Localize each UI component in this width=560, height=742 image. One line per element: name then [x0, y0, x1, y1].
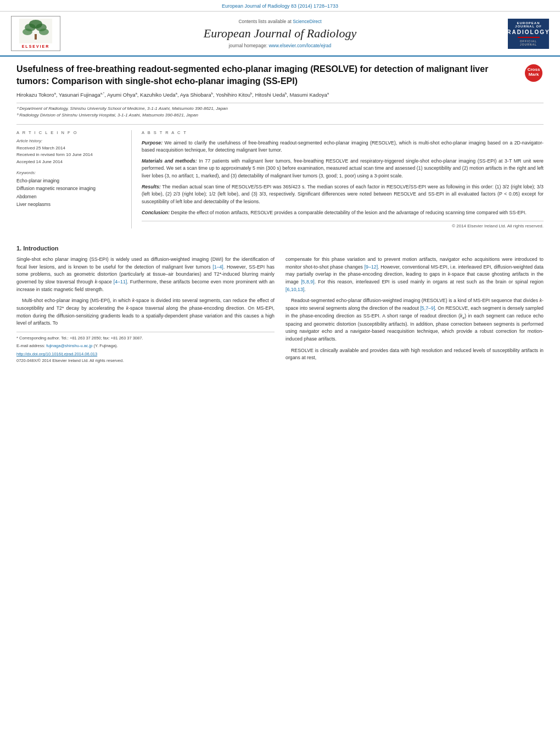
article-info-abstract: A R T I C L E I N F O Article history: R…: [16, 124, 544, 229]
journal-title: European Journal of Radiology: [60, 26, 500, 41]
intro-r-p3: RESOLVE is clinically available and prov…: [285, 347, 544, 362]
radiology-logo-container: EUROPEAN JOURNAL OF RADIOLOGY OFFICIAL J…: [500, 19, 549, 49]
article-title: Usefulness of free-breathing readout-seg…: [16, 63, 517, 87]
introduction-title: 1. Introduction: [16, 245, 544, 252]
article-content: Usefulness of free-breathing readout-seg…: [0, 57, 560, 239]
abstract-text: Purpose: We aimed to clarify the usefuln…: [142, 140, 544, 217]
keyword-1: Echo-planar imaging: [16, 177, 125, 185]
radiology-sub-text: OFFICIAL JOURNAL: [511, 40, 546, 46]
article-history: Article history: Received 25 March 2014 …: [16, 138, 125, 166]
abstract-purpose: Purpose: We aimed to clarify the usefuln…: [142, 140, 544, 154]
elsevier-logo: ELSEVIER: [11, 16, 60, 51]
crossmark-icon: Cross Mark: [524, 63, 544, 83]
mm-text: In 77 patients with malignant liver tumo…: [142, 158, 544, 178]
radiology-top-text: EUROPEAN JOURNAL OF: [511, 21, 546, 28]
intro-r-p2: Readout-segmented echo-planar diffusion-…: [285, 297, 544, 343]
keyword-4: Liver neoplasms: [16, 200, 125, 208]
journal-reference: European Journal of Radiology 83 (2014) …: [222, 3, 338, 9]
elsevier-tree-icon: [19, 19, 52, 43]
abstract-header: A B S T R A C T: [142, 130, 544, 135]
journal-center: Contents lists available at ScienceDirec…: [60, 19, 500, 48]
conclusion-text: Despite the effect of motion artifacts, …: [170, 210, 527, 215]
results-label: Results:: [142, 184, 161, 189]
doi-link[interactable]: http://dx.doi.org/10.1016/j.ejrad.2014.0…: [16, 352, 97, 356]
contents-line: Contents lists available at ScienceDirec…: [60, 19, 500, 24]
introduction-body: Single-shot echo planar imaging (SS-EPI)…: [16, 256, 544, 366]
keyword-3: Abdomen: [16, 193, 125, 200]
intro-p1: Single-shot echo planar imaging (SS-EPI)…: [16, 256, 275, 293]
elsevier-brand-label: ELSEVIER: [22, 44, 50, 48]
accepted-date: Accepted 14 June 2014: [16, 159, 125, 166]
history-label: Article history:: [16, 138, 125, 143]
conclusion-label: Conclusion:: [142, 210, 170, 215]
article-title-section: Usefulness of free-breathing readout-seg…: [16, 63, 544, 87]
article-info-column: A R T I C L E I N F O Article history: R…: [16, 130, 132, 229]
results-text: The median actual scan time of RESOLVE/S…: [142, 184, 544, 204]
footnotes-area: * Corresponding author. Tel.: +81 263 37…: [16, 332, 275, 364]
authors-line: Hirokazu Tokoroa, Yasunari Fujinagaa,*, …: [16, 91, 544, 99]
intro-p2: Multi-shot echo-planar imaging (MS-EPI),…: [16, 297, 275, 327]
page: European Journal of Radiology 83 (2014) …: [0, 0, 560, 742]
purpose-label: Purpose:: [142, 140, 163, 146]
purpose-text: We aimed to clarify the usefulness of fr…: [142, 140, 544, 153]
svg-rect-6: [35, 34, 37, 40]
affiliations: ᵃ Department of Radiology, Shinshu Unive…: [16, 103, 544, 119]
intro-r-p1: compensate for this phase variation and …: [285, 256, 544, 293]
sciencedirect-link[interactable]: ScienceDirect: [293, 19, 321, 24]
intro-left-col: Single-shot echo planar imaging (SS-EPI)…: [16, 256, 275, 366]
received-date: Received 25 March 2014: [16, 145, 125, 152]
abstract-results: Results: The median actual scan time of …: [142, 183, 544, 206]
crossmark-logo: Cross Mark: [524, 63, 544, 84]
svg-point-4: [23, 29, 32, 35]
homepage-link[interactable]: www.elsevier.com/locate/ejrad: [268, 43, 331, 48]
radiology-main-text: RADIOLOGY: [507, 29, 550, 35]
article-info-header: A R T I C L E I N F O: [16, 130, 125, 135]
copyright-line: © 2014 Elsevier Ireland Ltd. All rights …: [142, 221, 544, 228]
intro-right-col: compensate for this phase variation and …: [285, 256, 544, 366]
journal-header: ELSEVIER Contents lists available at Sci…: [0, 12, 560, 57]
revised-date: Received in revised form 10 June 2014: [16, 152, 125, 159]
svg-point-5: [39, 29, 49, 35]
affiliation-b: ᵇ Radiology Division of Shinshu Universi…: [16, 112, 544, 119]
doi-line: http://dx.doi.org/10.1016/j.ejrad.2014.0…: [16, 351, 275, 358]
body-content: 1. Introduction Single-shot echo planar …: [0, 245, 560, 366]
keyword-2: Diffusion magnetic resonance imaging: [16, 185, 125, 192]
affiliation-a: ᵃ Department of Radiology, Shinshu Unive…: [16, 105, 544, 112]
svg-text:Mark: Mark: [529, 72, 539, 77]
top-bar: European Journal of Radiology 83 (2014) …: [0, 0, 560, 12]
radiology-brand: EUROPEAN JOURNAL OF RADIOLOGY OFFICIAL J…: [508, 19, 549, 49]
footnote-email: E-mail address: fujinaga@shinshu-u.ac.jp…: [16, 343, 275, 349]
keywords-section: Keywords: Echo-planar imaging Diffusion …: [16, 170, 125, 209]
svg-text:Cross: Cross: [528, 67, 540, 72]
keywords-label: Keywords:: [16, 170, 125, 175]
issn-line: 0720-048X/© 2014 Elsevier Ireland Ltd. A…: [16, 358, 275, 364]
abstract-conclusion: Conclusion: Despite the effect of motion…: [142, 209, 544, 217]
journal-homepage: journal homepage: www.elsevier.com/locat…: [60, 43, 500, 48]
mm-label: Materials and methods:: [142, 158, 197, 164]
footnote-corresponding: * Corresponding author. Tel.: +81 263 37…: [16, 335, 275, 341]
email-link[interactable]: fujinaga@shinshu-u.ac.jp: [46, 343, 92, 348]
abstract-column: A B S T R A C T Purpose: We aimed to cla…: [142, 130, 544, 229]
abstract-methods: Materials and methods: In 77 patients wi…: [142, 158, 544, 180]
